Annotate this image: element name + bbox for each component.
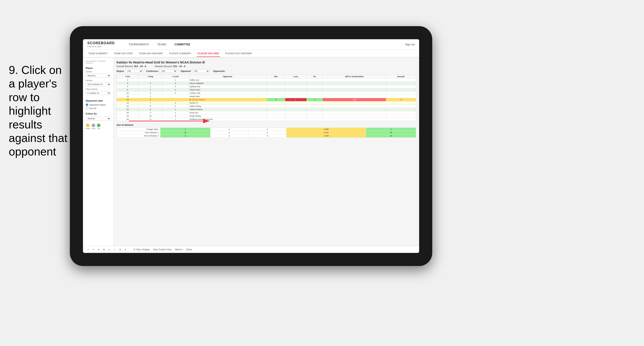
cell-loss [285, 105, 306, 108]
cell-diff [322, 105, 386, 108]
cell-win [266, 92, 285, 95]
table-row[interactable]: 522Alexis Sudjianto [117, 82, 416, 85]
cell-tie [306, 115, 322, 118]
grid-button[interactable]: ⊞ [102, 248, 106, 251]
watch-button[interactable]: Watch ▾ [174, 248, 184, 251]
nav-teams[interactable]: TEAMS [156, 42, 167, 46]
region-select[interactable]: (All) [125, 69, 143, 73]
cell-win [266, 105, 285, 108]
refresh-button[interactable]: ⟳ [97, 248, 100, 251]
cell-diff [322, 101, 386, 105]
col-rounds: Rounds [386, 75, 416, 78]
cell-tie [306, 85, 322, 88]
ood-row[interactable]: NCAA Division 25007.40010 [117, 134, 416, 138]
top-nav: SCOREBOARD Powered by clippd TOURNAMENTS… [83, 39, 419, 50]
cell-rounds [386, 82, 416, 85]
table-row[interactable]: 19106Emily Chang [117, 115, 416, 118]
table-row[interactable]: 1474Eunice Yi [117, 101, 416, 105]
cell-div: 19 [117, 115, 138, 118]
cell-div: 18 [117, 111, 138, 115]
radio-top-100[interactable]: Top 100 [86, 107, 111, 110]
table-row[interactable]: 20117Federica Domecq Lacroze [117, 118, 416, 121]
redo-button[interactable]: ↪ [92, 248, 95, 251]
sub-nav-team-h2h-heatmap[interactable]: TEAM H2H HEATMAP [138, 50, 164, 56]
cell-rounds [386, 118, 416, 121]
table-row[interactable]: 31Esther Lee [117, 78, 416, 82]
sub-nav-team-h2h-grid[interactable]: TEAM H2H GRID [113, 50, 134, 56]
cell-opponent-name: Esther Lee [188, 78, 266, 82]
cell-reg: 7 [138, 101, 162, 105]
cell-loss [285, 78, 306, 82]
cell-win [266, 101, 285, 105]
plus-button[interactable]: ⊕ [118, 248, 122, 251]
cell-rounds [386, 111, 416, 115]
opponents-label-group: Opponents: [213, 70, 225, 72]
ood-row[interactable]: NAIA Division 115009.26730 [117, 131, 416, 134]
col-tie: Tie [306, 75, 322, 78]
dash-button[interactable]: — [113, 248, 116, 251]
table-row[interactable]: 131▶ Jessica Huang010-3.002 [117, 98, 416, 101]
logo-area: SCOREBOARD Powered by clippd [87, 41, 115, 47]
ood-name-cell: NAIA Division 1 [117, 131, 160, 134]
region-filter-group: Region (All) [116, 69, 143, 73]
cell-div: 3 [117, 78, 138, 82]
table-row[interactable]: 1691Jessica Mason [117, 108, 416, 111]
cell-diff [322, 115, 386, 118]
ood-rounds-cell: 2 [366, 128, 416, 131]
sub-nav-player-h2h-heatmap[interactable]: PLAYER H2H HEATMAP [224, 50, 253, 56]
cell-conf: 5 [162, 105, 188, 108]
view-original-button[interactable]: 👁 View: Original [132, 248, 150, 251]
ood-rounds-cell: 10 [366, 134, 416, 138]
cell-opponent-name: Alexis Sudjianto [188, 82, 266, 85]
cell-diff [322, 92, 386, 95]
undo-button[interactable]: ↩ [86, 248, 90, 251]
opponent-select[interactable]: (All) [192, 69, 210, 73]
ood-row[interactable]: Foreign Team1004.5002 [117, 128, 416, 131]
sub-nav-team-summary[interactable]: TEAM SUMMARY [87, 50, 109, 56]
cell-diff [322, 111, 386, 115]
cell-win [266, 118, 285, 121]
cell-rounds [386, 78, 416, 82]
cell-conf: 3 [162, 85, 188, 88]
nav-tournaments[interactable]: TOURNAMENTS [128, 42, 150, 46]
ood-win-cell: 1 [160, 128, 210, 131]
clock-button[interactable]: ↺ [124, 248, 127, 251]
cell-tie [306, 118, 322, 121]
cell-diff [322, 95, 386, 98]
cell-opponent-name: Emily Chang [188, 115, 266, 118]
table-row[interactable]: 613Sydney Kuo [117, 85, 416, 88]
cell-opponent-name: Euna Lee [188, 111, 266, 115]
sub-nav-player-summary[interactable]: PLAYER SUMMARY [168, 50, 192, 56]
cell-diff [322, 78, 386, 82]
main-content: Last Updated: 27/03/2024 16:55:28 Player… [83, 58, 419, 253]
cell-div: 10 [117, 92, 138, 95]
share-button[interactable]: Share [185, 248, 193, 251]
colour-by-select[interactable]: Win/loss [86, 117, 111, 121]
table-row[interactable]: 1585Stella Cheng [117, 105, 416, 108]
table-row[interactable]: 1822Euna Lee [117, 111, 416, 115]
conference-select[interactable]: (All) [160, 69, 177, 73]
cell-opponent-name: Stella Cheng [188, 105, 266, 108]
ood-loss-cell: 0 [210, 128, 248, 131]
sign-out-link[interactable]: Sign out [405, 43, 415, 46]
tablet-frame: SCOREBOARD Powered by clippd TOURNAMENTS… [70, 26, 432, 266]
radio-opponents-played[interactable]: Opponents Played [86, 103, 111, 106]
player-select[interactable]: 8. Katelyn Vo [86, 91, 111, 95]
cell-opponent-name: Andrea York [188, 92, 266, 95]
cut-button[interactable]: ✂ [108, 248, 111, 251]
nav-committee[interactable]: COMMITTEE [174, 42, 191, 46]
table-row[interactable]: 914Sharon Mun [117, 88, 416, 92]
cell-opponent-name: ▶ Jessica Huang [188, 98, 266, 101]
cell-diff [322, 82, 386, 85]
cell-div: 13 [117, 98, 138, 101]
save-custom-button[interactable]: Save Custom View [152, 248, 172, 251]
gender-select[interactable]: Women's [86, 74, 111, 78]
cell-tie [306, 78, 322, 82]
table-row[interactable]: 1063Andrea York [117, 92, 416, 95]
cell-div: 20 [117, 118, 138, 121]
ood-diff-cell: 4.500 [286, 128, 366, 131]
division-select[interactable]: NCAA Division III [86, 82, 111, 86]
table-row[interactable]: 131Heejo Hyun [117, 95, 416, 98]
sub-nav-player-h2h-grid[interactable]: PLAYER H2H GRID [197, 50, 220, 57]
cell-opponent-name: Sharon Mun [188, 88, 266, 92]
